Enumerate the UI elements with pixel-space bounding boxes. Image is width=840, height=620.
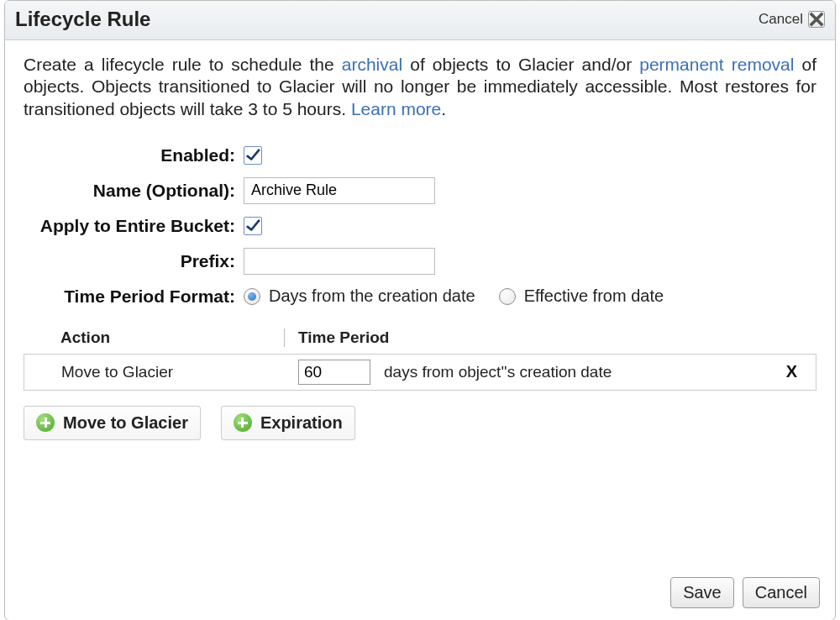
plus-icon <box>36 413 55 432</box>
dialog-title: Lifecycle Rule <box>15 8 150 31</box>
bucket-checkbox[interactable] <box>244 217 262 235</box>
label-enabled: Enabled: <box>24 145 244 166</box>
row-name: Name (Optional): <box>24 177 816 204</box>
intro-pre: Create a lifecycle rule to schedule the <box>24 55 342 74</box>
close-icon[interactable] <box>808 11 825 28</box>
name-input[interactable] <box>244 177 435 204</box>
intro-period: . <box>441 99 446 118</box>
action-time: days from object''s creation date X <box>285 360 816 385</box>
learn-more-link[interactable]: Learn more <box>351 99 441 118</box>
radio-icon <box>244 288 260 305</box>
intro-text: Create a lifecycle rule to schedule the … <box>24 54 816 120</box>
actions-table: Action Time Period Move to Glacier days … <box>24 328 816 391</box>
prefix-input[interactable] <box>244 248 435 275</box>
enabled-checkbox[interactable] <box>244 146 262 165</box>
radio-effective-label: Effective from date <box>524 286 664 306</box>
lifecycle-rule-dialog: Lifecycle Rule Cancel Create a lifecycle… <box>4 0 836 620</box>
archival-link[interactable]: archival <box>342 55 402 74</box>
titlebar-actions: Cancel <box>759 11 825 28</box>
row-prefix: Prefix: <box>24 248 816 275</box>
cancel-button[interactable]: Cancel <box>743 577 820 608</box>
row-period-format: Time Period Format: Days from the creati… <box>24 286 816 307</box>
add-expiration-button[interactable]: Expiration <box>221 406 355 440</box>
save-button[interactable]: Save <box>670 577 734 608</box>
col-action-header: Action <box>24 328 284 347</box>
row-enabled: Enabled: <box>24 145 816 166</box>
radio-effective-from-date[interactable]: Effective from date <box>499 286 664 306</box>
dialog-titlebar: Lifecycle Rule Cancel <box>5 1 835 40</box>
cancel-link-top[interactable]: Cancel <box>759 11 803 28</box>
col-time-header: Time Period <box>284 328 816 347</box>
dialog-footer: Save Cancel <box>670 577 820 608</box>
remove-row-icon[interactable]: X <box>786 362 797 381</box>
label-name: Name (Optional): <box>24 181 244 201</box>
table-row: Move to Glacier days from object''s crea… <box>24 354 816 391</box>
row-bucket: Apply to Entire Bucket: <box>24 216 816 236</box>
radio-icon <box>499 288 516 305</box>
add-move-to-glacier-button[interactable]: Move to Glacier <box>24 406 201 440</box>
permanent-removal-link[interactable]: permanent removal <box>639 55 794 74</box>
action-label: Move to Glacier <box>24 363 285 381</box>
label-prefix: Prefix: <box>24 251 244 271</box>
add-buttons: Move to Glacier Expiration <box>24 406 816 440</box>
time-suffix: days from object''s creation date <box>384 363 612 381</box>
add-glacier-label: Move to Glacier <box>63 413 188 433</box>
dialog-body: Create a lifecycle rule to schedule the … <box>5 40 835 620</box>
actions-header: Action Time Period <box>24 328 816 354</box>
plus-icon <box>234 413 252 432</box>
label-bucket: Apply to Entire Bucket: <box>24 216 244 236</box>
label-period: Time Period Format: <box>24 286 244 307</box>
intro-mid1: of objects to Glacier and/or <box>402 55 639 74</box>
time-value-input[interactable] <box>298 360 370 385</box>
radio-days-from-creation[interactable]: Days from the creation date <box>244 286 475 306</box>
radio-days-label: Days from the creation date <box>269 286 475 306</box>
add-expiration-label: Expiration <box>260 413 343 433</box>
